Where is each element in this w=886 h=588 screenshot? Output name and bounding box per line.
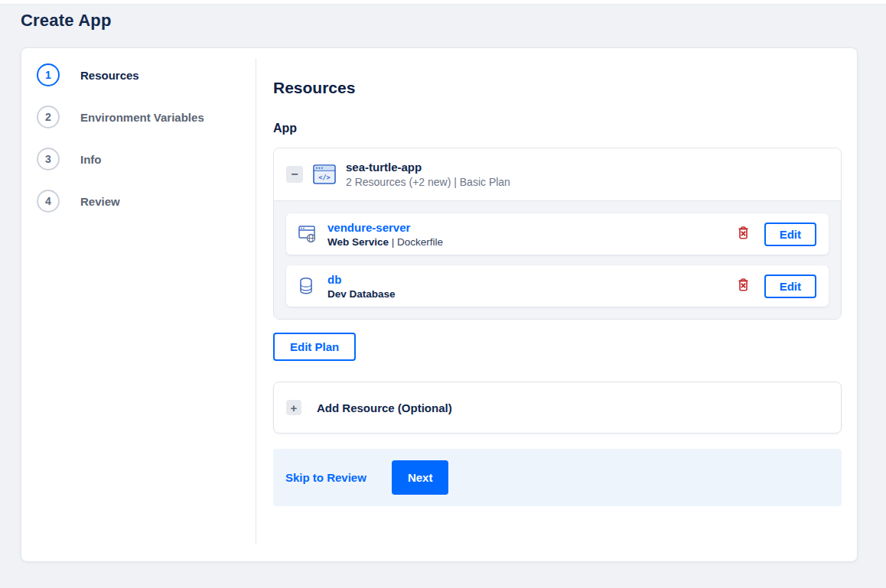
resource-name-link[interactable]: db — [327, 273, 341, 286]
edit-plan-button[interactable]: Edit Plan — [273, 333, 356, 361]
edit-resource-button[interactable]: Edit — [764, 223, 816, 246]
step-number-badge: 2 — [37, 106, 60, 128]
edit-resource-button[interactable]: Edit — [764, 275, 816, 298]
resource-text: vendure-server Web Service | Dockerfile — [327, 221, 735, 248]
resource-name-link[interactable]: vendure-server — [327, 221, 410, 234]
app-name: sea-turtle-app — [346, 161, 510, 174]
step-heading: Resources — [273, 79, 842, 97]
page-title: Create App — [21, 11, 886, 31]
step-info[interactable]: 3 Info — [37, 148, 256, 171]
resource-separator: | — [389, 236, 397, 248]
wizard-card: 1 Resources 2 Environment Variables 3 In… — [21, 47, 858, 562]
add-resource-expander[interactable]: + Add Resource (Optional) — [273, 382, 842, 434]
app-group-card: − </> sea-turtle-app — [273, 148, 842, 320]
resource-subtitle: Web Service | Dockerfile — [327, 236, 735, 248]
app-summary: 2 Resources (+2 new) | Basic Plan — [346, 176, 510, 188]
create-app-page: Create App 1 Resources 2 Environment Var… — [0, 0, 886, 588]
app-window-code-icon: </> — [313, 164, 336, 184]
trash-icon — [738, 226, 749, 242]
step-label: Review — [80, 195, 120, 208]
web-service-icon — [298, 226, 317, 243]
plus-icon[interactable]: + — [286, 400, 301, 415]
app-resources-panel: vendure-server Web Service | Dockerfile — [274, 200, 841, 319]
step-environment-variables[interactable]: 2 Environment Variables — [37, 106, 256, 128]
resource-type: Dev Database — [327, 288, 396, 300]
step-number-badge: 1 — [37, 63, 60, 86]
trash-icon — [738, 278, 749, 294]
add-resource-label: Add Resource (Optional) — [317, 401, 452, 414]
step-resources[interactable]: 1 Resources — [37, 63, 256, 86]
step-label: Environment Variables — [80, 111, 204, 124]
top-strip — [0, 0, 886, 5]
resource-row: vendure-server Web Service | Dockerfile — [286, 213, 829, 255]
resource-detail: Dockerfile — [397, 236, 443, 248]
resource-subtitle: Dev Database — [327, 288, 735, 300]
step-number-badge: 3 — [37, 148, 60, 171]
database-icon — [298, 277, 317, 295]
wizard-stepper: 1 Resources 2 Environment Variables 3 In… — [21, 48, 256, 561]
step-review[interactable]: 4 Review — [37, 190, 256, 213]
delete-resource-button[interactable] — [735, 275, 752, 297]
wizard-footer: Skip to Review Next — [273, 449, 842, 506]
delete-resource-button[interactable] — [735, 223, 752, 245]
skip-to-review-link[interactable]: Skip to Review — [285, 471, 366, 484]
step-label: Info — [80, 153, 102, 166]
next-button[interactable]: Next — [392, 460, 449, 495]
step-label: Resources — [80, 69, 139, 82]
resource-type: Web Service — [327, 236, 389, 248]
step-number-badge: 4 — [37, 190, 60, 213]
resources-step-content: Resources App − </> — [256, 48, 857, 561]
resource-text: db Dev Database — [327, 273, 735, 300]
collapse-button[interactable]: − — [286, 166, 303, 183]
app-title-block: sea-turtle-app 2 Resources (+2 new) | Ba… — [346, 161, 510, 188]
svg-text:</>: </> — [318, 174, 330, 181]
app-group-header: − </> sea-turtle-app — [274, 148, 841, 200]
app-section-label: App — [273, 122, 842, 135]
resource-row: db Dev Database — [286, 265, 829, 307]
